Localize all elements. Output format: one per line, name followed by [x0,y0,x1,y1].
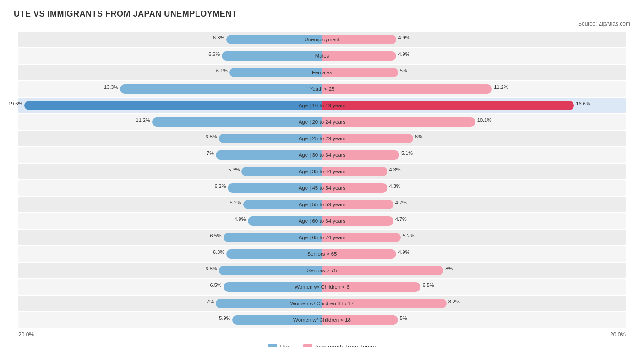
chart-row: 7%5.1%Age | 30 to 34 years [18,147,626,163]
right-bar: 4.9% [322,249,396,259]
right-section: 8.2% [322,296,626,311]
left-section: 6.3% [18,32,322,47]
x-axis: 20.0% 20.0% [18,329,626,341]
right-section: 5% [322,312,626,328]
chart-row: 6.3%4.9%Seniors > 65 [18,246,626,262]
chart-row: 4.9%4.7%Age | 60 to 64 years [18,213,626,229]
right-section: 6% [322,131,626,146]
left-value: 6.5% [210,282,223,288]
left-value: 6.3% [213,249,226,255]
right-section: 4.7% [322,213,626,229]
immigrants-label: Immigrants from Japan [315,343,376,347]
right-section: 4.3% [322,180,626,196]
right-value: 4.3% [387,183,401,189]
left-value: 19.6% [8,101,24,106]
left-bar: 6.8% [219,266,322,275]
right-bar-wrapper: 8.2% [322,296,626,311]
right-value: 5% [398,68,407,73]
source-label: Source: ZipAtlas.com [14,21,630,27]
right-value: 5.2% [401,233,414,238]
right-bar: 4.3% [322,183,387,193]
chart-row: 6.1%5%Females [18,65,626,80]
immigrants-swatch [303,344,312,347]
right-bar-wrapper: 5% [322,65,626,80]
chart-row: 6.3%4.9%Unemployment [18,32,626,47]
left-value: 7% [207,299,216,304]
right-bar: 4.3% [322,167,387,176]
ute-label: Ute [280,343,289,347]
left-bar: 6.8% [219,134,322,143]
left-bar-wrapper: 6.8% [18,263,322,278]
right-section: 5.2% [322,230,626,245]
left-bar: 6.5% [224,282,322,292]
right-value: 8% [443,266,453,271]
left-section: 6.8% [18,263,322,278]
chart-row: 6.5%6.5%Women w/ Children < 6 [18,279,626,295]
right-bar-wrapper: 8% [322,263,626,278]
x-axis-left-label: 20.0% [18,331,322,338]
right-section: 16.6% [322,98,626,113]
chart-row: 13.3%11.2%Youth < 25 [18,81,626,97]
chart-container: 6.3%4.9%Unemployment6.6%4.9%Males6.1%5%F… [14,32,630,347]
right-section: 4.7% [322,197,626,212]
left-bar-wrapper: 6.5% [18,230,322,245]
left-value: 6.8% [206,134,219,139]
legend-ute: Ute [268,343,289,347]
chart-row: 6.8%8%Seniors > 75 [18,263,626,278]
right-bar: 11.2% [322,84,492,94]
left-bar: 5.9% [232,315,322,325]
left-bar: 6.5% [224,233,322,242]
right-bar: 5% [322,315,398,325]
left-bar-wrapper: 19.6% [18,98,322,113]
chart-rows: 6.3%4.9%Unemployment6.6%4.9%Males6.1%5%F… [18,32,626,328]
right-value: 4.7% [393,216,407,222]
left-value: 13.3% [104,84,120,90]
right-bar: 4.7% [322,216,393,226]
left-section: 5.9% [18,312,322,328]
right-section: 4.3% [322,164,626,179]
left-value: 5.9% [219,315,232,321]
right-bar-wrapper: 6% [322,131,626,146]
left-bar-wrapper: 7% [18,296,322,311]
left-bar-wrapper: 6.6% [18,48,322,64]
left-bar-wrapper: 6.3% [18,246,322,262]
right-bar-wrapper: 4.9% [322,246,626,262]
right-bar-wrapper: 4.9% [322,48,626,64]
legend: Ute Immigrants from Japan [18,343,626,347]
right-value: 4.3% [387,167,401,172]
left-value: 7% [207,150,216,156]
x-axis-right-label: 20.0% [322,331,626,338]
right-bar-wrapper: 5% [322,312,626,328]
right-section: 11.2% [322,81,626,97]
left-bar: 6.3% [226,35,322,44]
left-section: 7% [18,296,322,311]
right-bar-wrapper: 4.3% [322,164,626,179]
right-bar: 5.1% [322,150,399,160]
left-value: 6.1% [216,68,229,73]
right-bar: 5% [322,68,398,77]
left-section: 6.1% [18,65,322,80]
right-bar-wrapper: 5.2% [322,230,626,245]
left-bar: 7% [216,150,322,160]
right-bar: 4.9% [322,35,396,44]
left-section: 6.5% [18,230,322,245]
right-value: 4.7% [393,200,407,205]
left-bar-wrapper: 11.2% [18,114,322,130]
left-bar: 13.3% [120,84,322,94]
right-bar-wrapper: 5.1% [322,147,626,163]
left-bar-wrapper: 6.5% [18,279,322,295]
left-value: 6.2% [214,183,228,189]
left-value: 5.2% [230,200,243,205]
legend-immigrants: Immigrants from Japan [303,343,376,347]
right-bar-wrapper: 4.7% [322,197,626,212]
left-bar-wrapper: 6.3% [18,32,322,47]
right-section: 4.9% [322,246,626,262]
left-value: 6.6% [208,51,222,57]
right-bar: 5.2% [322,233,401,242]
left-bar-wrapper: 5.9% [18,312,322,328]
right-value: 5.1% [399,150,413,156]
right-bar-wrapper: 4.3% [322,180,626,196]
left-section: 5.3% [18,164,322,179]
chart-row: 7%8.2%Women w/ Children 6 to 17 [18,296,626,311]
left-section: 7% [18,147,322,163]
